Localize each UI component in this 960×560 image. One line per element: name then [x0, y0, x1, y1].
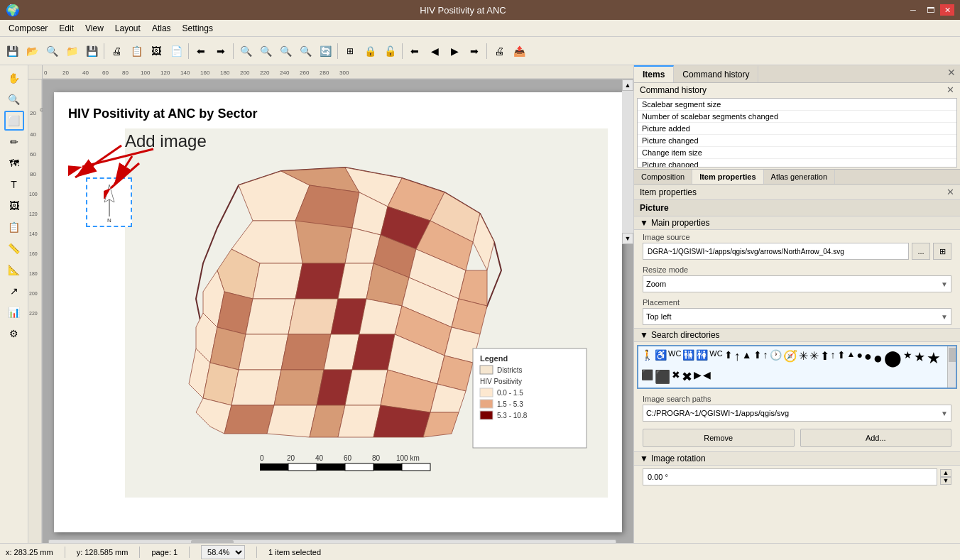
image-source-input[interactable]: DGRA~1/QGISWI~1/apps/qgis/svg/arrows/Nor… — [643, 243, 909, 260]
svg-icon-star2[interactable]: ✳ — [809, 349, 819, 368]
cmd-history-close[interactable]: ✕ — [947, 84, 954, 95]
menu-layout[interactable]: Layout — [109, 22, 146, 35]
lt-html[interactable]: ⚙ — [4, 324, 24, 344]
svg-icon-star5[interactable]: ★ — [927, 349, 941, 368]
cmd-item[interactable]: Picture added — [638, 123, 956, 135]
tb-zoom-fit[interactable]: 🔍 — [276, 42, 295, 60]
search-dirs-toggle[interactable]: ▼ Search directories — [634, 328, 960, 342]
tb-zoom-in[interactable]: 🔍 — [236, 42, 255, 60]
lt-legend[interactable]: 📋 — [4, 217, 24, 237]
svg-icon-star3[interactable]: ★ — [903, 349, 912, 368]
svg-icon-clock[interactable]: 🕐 — [770, 349, 782, 368]
svg-icon-circle2[interactable]: ● — [864, 349, 872, 368]
tab-command-history[interactable]: Command history — [674, 65, 758, 82]
svg-icon-grid[interactable]: 🚶 ♿ WC 🚻 🚻 WC ⬆ ↑ ▲ ⬆ ↑ 🕐 🧭 ✳ ✳ ⬆ — [637, 345, 957, 389]
add-path-btn[interactable]: Add... — [800, 429, 952, 447]
svg-icon-triangle1[interactable]: ▶ — [694, 369, 702, 385]
cmd-item[interactable]: Scalebar segment size — [638, 99, 956, 111]
svg-icon-star1[interactable]: ✳ — [799, 349, 808, 368]
tb-undo[interactable]: ⬅ — [192, 42, 210, 60]
tb-next[interactable]: ▶ — [445, 42, 464, 60]
svg-icon-wc3[interactable]: WC — [709, 349, 722, 368]
main-props-toggle[interactable]: ▼ Main properties — [634, 216, 960, 230]
sub-tab-composition[interactable]: Composition — [634, 170, 692, 184]
panel-close-btn[interactable]: ✕ — [943, 65, 960, 82]
svg-icon-circle4[interactable]: ⬤ — [884, 349, 902, 368]
horizontal-scrollbar[interactable] — [48, 539, 616, 543]
lt-zoom[interactable]: 🔍 — [4, 89, 24, 109]
tb-unlock[interactable]: 🔓 — [381, 42, 399, 60]
svg-icon-wc2[interactable]: 🚻 — [696, 349, 708, 368]
svg-icon-arrow8[interactable]: ⬆ — [837, 349, 846, 368]
lt-image[interactable]: 🖼 — [4, 196, 24, 216]
svg-icon-cross1[interactable]: ✖ — [672, 369, 680, 385]
svg-icon-cross2[interactable]: ✖ — [682, 369, 692, 385]
tb-print[interactable]: 🖨 — [107, 42, 126, 60]
lt-draw[interactable]: ✏ — [4, 132, 24, 152]
svg-icon-arrow7[interactable]: ↑ — [831, 349, 836, 368]
cmd-item[interactable]: Picture changed — [638, 135, 956, 147]
scroll-down-btn[interactable]: ▼ — [622, 233, 633, 244]
svg-icon-square2[interactable]: ⬛ — [655, 369, 670, 385]
image-source-browse-btn[interactable]: ... — [912, 243, 930, 260]
sub-tab-item-properties[interactable]: Item properties — [692, 170, 763, 184]
search-paths-select[interactable]: C:/PROGRA~1/QGISWI~1/apps/qgis/svg ▼ — [643, 405, 951, 422]
svg-icon-arrow-up[interactable]: ⬆ — [724, 349, 733, 368]
tb-next-page[interactable]: ➡ — [465, 42, 484, 60]
remove-path-btn[interactable]: Remove — [643, 429, 795, 447]
item-props-close[interactable]: ✕ — [947, 187, 954, 197]
lt-text[interactable]: T — [4, 175, 24, 194]
tb-open[interactable]: 📂 — [23, 42, 41, 60]
svg-icon-triangle2[interactable]: ◀ — [703, 369, 711, 385]
tb-export-pdf[interactable]: 📄 — [167, 42, 185, 60]
svg-icon-arrow-up3[interactable]: ▲ — [742, 349, 752, 368]
tb-prev[interactable]: ◀ — [425, 42, 444, 60]
lt-pan[interactable]: ✋ — [4, 68, 24, 88]
cmd-history-list[interactable]: Scalebar segment size Number of scalebar… — [637, 98, 957, 168]
tb-export-img[interactable]: 🖼 — [147, 42, 165, 60]
lt-arrow[interactable]: ↗ — [4, 281, 24, 301]
tb-refresh[interactable]: 🔄 — [316, 42, 334, 60]
tb-zoom-out[interactable]: 🔍 — [256, 42, 275, 60]
rotation-spin-down[interactable]: ▼ — [940, 477, 951, 485]
svg-icon-person[interactable]: 🚻 — [682, 349, 694, 368]
lt-table[interactable]: 📊 — [4, 302, 24, 322]
north-arrow-item[interactable]: N — [86, 177, 132, 227]
svg-icon-arrow9[interactable]: ▲ — [847, 349, 856, 368]
rotation-input[interactable]: 0.00 ° — [643, 468, 937, 485]
lt-select[interactable]: ⬜ — [4, 111, 24, 131]
lt-map[interactable]: 🗺 — [4, 153, 24, 173]
menu-view[interactable]: View — [80, 22, 109, 35]
rotation-spin-up[interactable]: ▲ — [940, 469, 951, 477]
maximize-button[interactable]: 🗖 — [923, 4, 937, 16]
tb-folder[interactable]: 📁 — [62, 42, 81, 60]
tb-atlas-export[interactable]: 📤 — [510, 42, 528, 60]
cmd-item[interactable]: Change item size — [638, 147, 956, 159]
close-button[interactable]: ✕ — [940, 4, 954, 16]
tb-copy[interactable]: 📋 — [127, 42, 146, 60]
minimize-button[interactable]: ─ — [906, 4, 920, 16]
cmd-item[interactable]: Picture changed — [638, 159, 956, 168]
tb-lock[interactable]: 🔒 — [361, 42, 379, 60]
image-source-link-btn[interactable]: ⊞ — [933, 243, 951, 260]
svg-icon-wc[interactable]: WC — [668, 349, 681, 368]
menu-edit[interactable]: Edit — [53, 22, 80, 35]
lt-shape[interactable]: 📐 — [4, 260, 24, 280]
tb-prev-page[interactable]: ⬅ — [405, 42, 424, 60]
svg-icon-star4[interactable]: ★ — [914, 349, 925, 368]
tb-atlas-print[interactable]: 🖨 — [490, 42, 508, 60]
svg-icon-compass[interactable]: 🧭 — [783, 349, 797, 368]
menu-settings[interactable]: Settings — [177, 22, 219, 35]
tb-zoom-100[interactable]: 🔍 — [296, 42, 315, 60]
cmd-item[interactable]: Number of scalebar segments changed — [638, 111, 956, 123]
svg-icon-wheelchair[interactable]: ♿ — [655, 349, 667, 368]
tab-items[interactable]: Items — [634, 65, 674, 82]
menu-atlas[interactable]: Atlas — [146, 22, 177, 35]
resize-mode-select[interactable]: Zoom ▼ — [643, 275, 951, 292]
vertical-scrollbar-area[interactable]: ▲ ▼ — [622, 79, 633, 244]
zoom-select[interactable]: 58.4% 25% 50% 75% 100% — [201, 545, 245, 559]
properties-panel[interactable]: Picture ▼ Main properties Image source D… — [634, 200, 960, 543]
svg-icon-arrow6[interactable]: ⬆ — [820, 349, 829, 368]
tb-save2[interactable]: 💾 — [82, 42, 101, 60]
svg-icon-arrow-up4[interactable]: ⬆ — [753, 349, 762, 368]
